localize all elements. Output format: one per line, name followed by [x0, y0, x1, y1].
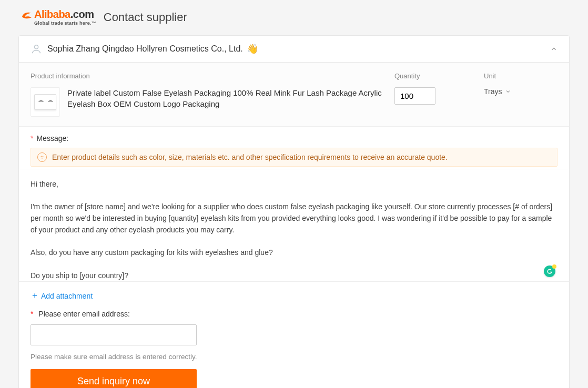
supplier-name: Sophia Zhang Qingdao Hollyren Cosmetics …: [47, 44, 243, 54]
required-star: *: [31, 310, 33, 318]
unit-select[interactable]: Trays: [484, 87, 557, 96]
send-inquiry-button[interactable]: Send inquiry now: [31, 369, 197, 388]
quantity-input[interactable]: [394, 87, 435, 105]
smile-icon: [37, 152, 47, 162]
add-attachment-link[interactable]: ＋ Add attachment: [31, 290, 557, 301]
supplier-header[interactable]: Sophia Zhang Qingdao Hollyren Cosmetics …: [19, 36, 569, 63]
message-hint: Enter product details such as color, siz…: [31, 148, 557, 167]
email-input[interactable]: [31, 324, 197, 345]
logo-tagline: Global trade starts here.™: [34, 21, 96, 26]
page-title: Contact supplier: [104, 11, 187, 24]
svg-point-2: [43, 156, 43, 157]
product-title[interactable]: Private label Custom False Eyelash Packa…: [67, 87, 384, 113]
unit-label: Unit: [484, 72, 557, 80]
product-info-label: Product information: [31, 72, 384, 80]
quantity-label: Quantity: [394, 72, 473, 80]
plus-icon: ＋: [31, 290, 39, 301]
collapse-toggle[interactable]: [550, 45, 557, 53]
grammarly-icon[interactable]: [544, 266, 555, 277]
message-hint-text: Enter product details such as color, siz…: [52, 153, 448, 161]
message-textarea[interactable]: [19, 169, 569, 280]
chevron-down-icon: [505, 88, 511, 95]
message-label: *Message:: [31, 134, 68, 142]
message-header: *Message: Enter product details such as …: [19, 127, 569, 169]
svg-point-1: [41, 156, 42, 157]
product-information-section: Product information Private label Custom…: [19, 63, 569, 127]
svg-point-0: [34, 45, 38, 49]
email-hint: Please make sure email address is entere…: [31, 353, 557, 361]
unit-value: Trays: [484, 87, 502, 96]
add-attachment-label: Add attachment: [41, 292, 93, 300]
required-star: *: [31, 134, 33, 142]
wave-hand-icon: 👋: [247, 44, 258, 54]
product-thumbnail[interactable]: [31, 87, 60, 117]
page-header: Alibaba.com Global trade starts here.™ C…: [18, 8, 570, 26]
person-icon: [31, 43, 42, 55]
contact-supplier-panel: Sophia Zhang Qingdao Hollyren Cosmetics …: [18, 35, 570, 388]
email-label: * Please enter email address:: [31, 310, 557, 318]
logo-text: Alibaba.com: [34, 8, 94, 21]
alibaba-logo: Alibaba.com Global trade starts here.™: [21, 8, 96, 26]
alibaba-icon: [21, 9, 33, 20]
